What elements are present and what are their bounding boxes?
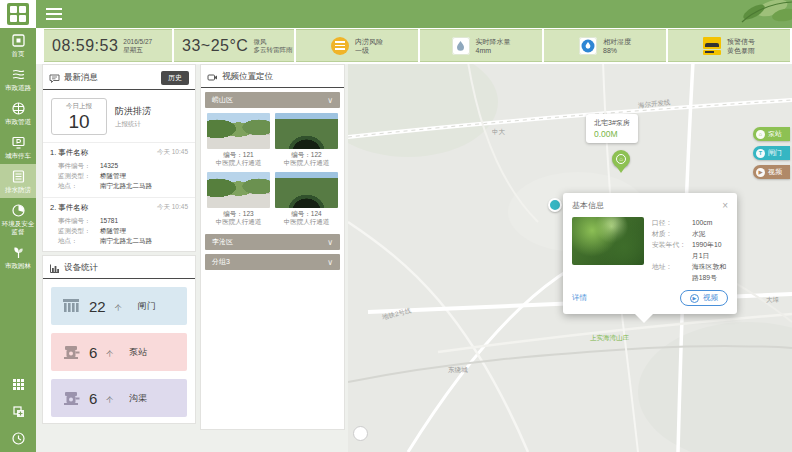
pump-station-marker[interactable]: ⌂ — [612, 150, 630, 174]
garden-icon — [11, 245, 26, 260]
home-icon — [11, 33, 26, 48]
smart-water-dashboard: { "colors": { "sidebar_green": "#79a457"… — [0, 0, 792, 452]
news-list-item[interactable]: 2. 事件名称 今天 10:45 事件编号：15781 监测类型：桥隧管理 地点… — [43, 198, 195, 252]
event-time: 今天 10:45 — [157, 203, 188, 213]
report-summary: 今日上报 10 防洪排涝 上报统计 — [43, 90, 195, 143]
pump-station-tag[interactable]: 北宅3#泵房 0.00M — [586, 114, 638, 143]
station-water-level: 0.00M — [594, 129, 630, 139]
warning-signal-widget: 预警信号 黄色暴雨 — [668, 29, 790, 62]
popup-title: 基本信息 — [572, 200, 604, 211]
video-group-3[interactable]: 分组3 ∨ — [205, 254, 340, 270]
video-layer-icon: ▶ — [756, 168, 765, 177]
detail-link[interactable]: 详情 — [572, 293, 587, 303]
chat-bubble-icon — [49, 73, 60, 84]
chevron-down-icon: ∨ — [327, 96, 333, 105]
sidebar-item-roads[interactable]: 市政道路 — [0, 62, 36, 96]
map-road-label: 东绕城 — [448, 366, 468, 375]
news-list-item[interactable]: 1. 事件名称 今天 10:45 事件编号：14325 监测类型：桥隧管理 地点… — [43, 143, 195, 198]
clock-widget: 08:59:53 2016/5/27 星期五 — [44, 29, 172, 62]
map-place-label: 大埠 — [766, 296, 779, 305]
camera-thumbnail[interactable]: 编号：124 中医院人行通道 — [275, 172, 338, 226]
rainfall-widget: 实时降水量 4mm — [420, 29, 542, 62]
close-icon[interactable]: × — [722, 202, 728, 210]
sidebar-item-gardens[interactable]: 市政园林 — [0, 240, 36, 274]
pipe-network-icon — [11, 101, 26, 116]
video-group-laoshan[interactable]: 崂山区 ∨ — [205, 92, 340, 108]
camera-thumbnail[interactable]: 编号：123 中医院人行通道 — [207, 172, 270, 226]
tunnel-camera-preview — [275, 172, 338, 208]
video-camera-icon — [207, 72, 218, 83]
layer-button-gates[interactable]: T 闸门 — [753, 146, 790, 160]
map-control-button[interactable] — [353, 426, 368, 441]
sidebar-item-drainage[interactable]: 排水防涝 — [0, 164, 36, 198]
video-location-panel: 视频位置定位 崂山区 ∨ 编号：121 中医院人行通道 编号：122 中医院人行… — [200, 64, 345, 430]
temperature-range: 33~25°C — [182, 37, 248, 55]
layer-button-video[interactable]: ▶ 视频 — [753, 165, 790, 179]
waterlogging-risk-widget: 内涝风险 一级 — [296, 29, 418, 62]
weather-widget: 33~25°C 微风 多云转雷阵雨 — [174, 29, 294, 62]
device-card-pumps[interactable]: 6个 泵站 — [51, 333, 187, 371]
video-group-licang[interactable]: 李沧区 ∨ — [205, 234, 340, 250]
popup-video-button[interactable]: ▶ 视频 — [680, 290, 728, 306]
device-card-gates[interactable]: 22个 闸门 — [51, 287, 187, 325]
play-icon: ▶ — [690, 294, 699, 303]
news-panel-title: 最新消息 — [64, 72, 157, 84]
current-time: 08:59:53 — [52, 37, 118, 55]
latest-news-panel: 最新消息 历史 今日上报 10 防洪排涝 上报统计 1. 事件名称 今天 10:… — [42, 64, 196, 252]
waterlogging-risk-icon — [331, 37, 349, 55]
report-subtitle: 上报统计 — [115, 120, 151, 129]
current-date: 2016/5/27 — [123, 38, 152, 46]
humidity-widget: 相对湿度 88% — [544, 29, 666, 62]
wind-condition: 微风 — [253, 38, 292, 46]
today-report-count-box: 今日上报 10 — [51, 98, 107, 135]
grid-logo-icon — [7, 3, 29, 25]
street-camera-preview — [207, 172, 270, 208]
history-button[interactable]: 历史 — [161, 71, 189, 85]
sidebar-item-environment-safety[interactable]: 环境及安全监督 — [0, 198, 36, 240]
sidebar: 首页 市政道路 市政管道 城市停车 排水防涝 环境及安全监督 市政园林 — [0, 0, 36, 452]
current-weekday: 星期五 — [123, 46, 152, 54]
devices-panel-title: 设备统计 — [64, 262, 189, 274]
sidebar-item-parking[interactable]: 城市停车 — [0, 130, 36, 164]
gate-icon — [61, 296, 81, 316]
status-bar: 08:59:53 2016/5/27 星期五 33~25°C 微风 多云转雷阵雨… — [36, 28, 792, 64]
pump-layer-icon: ⌂ — [756, 130, 765, 139]
parking-monitor-icon — [11, 135, 26, 150]
storm-warning-sign-icon — [703, 37, 721, 55]
report-category: 防洪排涝 — [115, 105, 151, 118]
asset-photo — [572, 217, 644, 265]
app-logo[interactable] — [0, 0, 36, 28]
humidity-drop-icon — [579, 37, 597, 55]
weather-condition: 多云转雷阵雨 — [253, 46, 292, 54]
sidebar-item-home[interactable]: 首页 — [0, 28, 36, 62]
chevron-down-icon: ∨ — [327, 258, 333, 267]
map-canvas[interactable]: 海尔开发线 中大 地铁2号线 上实海湾山庄 东绕城 大埠 北宅3#泵房 0.00… — [348, 62, 792, 452]
map-estate-label: 上实海湾山庄 — [590, 334, 629, 343]
rainfall-drop-icon — [452, 37, 470, 55]
channel-icon — [61, 388, 81, 408]
event-time: 今天 10:45 — [157, 148, 188, 158]
camera-thumbnail[interactable]: 编号：122 中医院人行通道 — [275, 113, 338, 167]
basic-info-popup: 基本信息 × 口径：100cm 材质：水泥 安装年代：1990年10月1日 地址… — [563, 193, 737, 314]
top-bar — [36, 0, 792, 28]
camera-thumbnail-grid: 编号：121 中医院人行通道 编号：122 中医院人行通道 编号：123 中医院… — [201, 108, 344, 230]
sidebar-bottom-tools — [0, 377, 36, 446]
layers-add-icon[interactable] — [11, 404, 26, 419]
video-panel-title: 视频位置定位 — [222, 71, 338, 83]
camera-thumbnail[interactable]: 编号：121 中医院人行通道 — [207, 113, 270, 167]
tunnel-camera-preview — [275, 113, 338, 149]
layer-button-pump-stations[interactable]: ⌂ 泵站 — [753, 127, 790, 141]
gate-layer-icon: T — [756, 149, 765, 158]
history-clock-icon[interactable] — [11, 431, 26, 446]
road-icon — [11, 67, 26, 82]
street-camera-preview — [207, 113, 270, 149]
drainage-icon — [11, 169, 26, 184]
station-name: 北宅3#泵房 — [594, 118, 630, 128]
sidebar-item-pipes[interactable]: 市政管道 — [0, 96, 36, 130]
environment-monitor-icon — [11, 203, 26, 218]
hamburger-menu-icon[interactable] — [46, 8, 62, 23]
device-card-channels[interactable]: 6个 沟渠 — [51, 379, 187, 417]
gate-marker[interactable] — [548, 198, 562, 212]
apps-grid-icon[interactable] — [11, 377, 26, 392]
bar-chart-icon — [49, 263, 60, 274]
